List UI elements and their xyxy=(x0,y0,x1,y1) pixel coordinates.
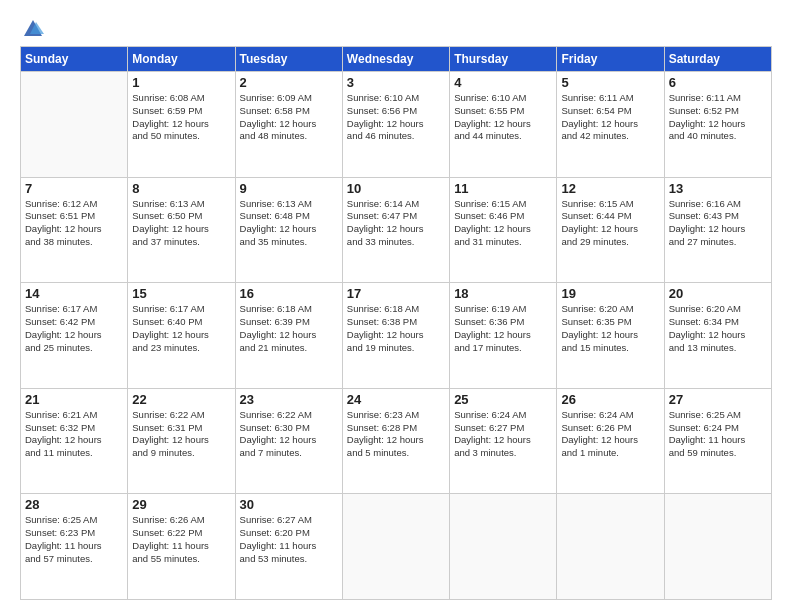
day-info: Sunrise: 6:08 AM Sunset: 6:59 PM Dayligh… xyxy=(132,92,230,143)
day-info: Sunrise: 6:24 AM Sunset: 6:27 PM Dayligh… xyxy=(454,409,552,460)
day-info: Sunrise: 6:20 AM Sunset: 6:34 PM Dayligh… xyxy=(669,303,767,354)
day-number: 20 xyxy=(669,286,767,301)
day-number: 11 xyxy=(454,181,552,196)
day-number: 19 xyxy=(561,286,659,301)
calendar-cell: 2Sunrise: 6:09 AM Sunset: 6:58 PM Daylig… xyxy=(235,72,342,178)
calendar-cell: 16Sunrise: 6:18 AM Sunset: 6:39 PM Dayli… xyxy=(235,283,342,389)
day-info: Sunrise: 6:20 AM Sunset: 6:35 PM Dayligh… xyxy=(561,303,659,354)
day-number: 9 xyxy=(240,181,338,196)
day-info: Sunrise: 6:22 AM Sunset: 6:31 PM Dayligh… xyxy=(132,409,230,460)
day-number: 25 xyxy=(454,392,552,407)
day-number: 27 xyxy=(669,392,767,407)
day-info: Sunrise: 6:18 AM Sunset: 6:39 PM Dayligh… xyxy=(240,303,338,354)
day-info: Sunrise: 6:15 AM Sunset: 6:44 PM Dayligh… xyxy=(561,198,659,249)
calendar-header-row: SundayMondayTuesdayWednesdayThursdayFrid… xyxy=(21,47,772,72)
day-info: Sunrise: 6:26 AM Sunset: 6:22 PM Dayligh… xyxy=(132,514,230,565)
day-info: Sunrise: 6:13 AM Sunset: 6:48 PM Dayligh… xyxy=(240,198,338,249)
calendar-cell: 11Sunrise: 6:15 AM Sunset: 6:46 PM Dayli… xyxy=(450,177,557,283)
calendar-week-row: 7Sunrise: 6:12 AM Sunset: 6:51 PM Daylig… xyxy=(21,177,772,283)
day-number: 18 xyxy=(454,286,552,301)
day-number: 29 xyxy=(132,497,230,512)
calendar-cell: 19Sunrise: 6:20 AM Sunset: 6:35 PM Dayli… xyxy=(557,283,664,389)
day-info: Sunrise: 6:17 AM Sunset: 6:40 PM Dayligh… xyxy=(132,303,230,354)
calendar-cell: 21Sunrise: 6:21 AM Sunset: 6:32 PM Dayli… xyxy=(21,388,128,494)
day-number: 3 xyxy=(347,75,445,90)
day-info: Sunrise: 6:10 AM Sunset: 6:56 PM Dayligh… xyxy=(347,92,445,143)
day-number: 6 xyxy=(669,75,767,90)
day-of-week-header: Thursday xyxy=(450,47,557,72)
calendar-cell: 9Sunrise: 6:13 AM Sunset: 6:48 PM Daylig… xyxy=(235,177,342,283)
calendar-cell: 27Sunrise: 6:25 AM Sunset: 6:24 PM Dayli… xyxy=(664,388,771,494)
calendar-cell xyxy=(21,72,128,178)
day-of-week-header: Friday xyxy=(557,47,664,72)
logo xyxy=(20,18,44,38)
day-info: Sunrise: 6:16 AM Sunset: 6:43 PM Dayligh… xyxy=(669,198,767,249)
day-number: 26 xyxy=(561,392,659,407)
page: SundayMondayTuesdayWednesdayThursdayFrid… xyxy=(0,0,792,612)
logo-icon xyxy=(22,18,44,40)
day-info: Sunrise: 6:27 AM Sunset: 6:20 PM Dayligh… xyxy=(240,514,338,565)
day-info: Sunrise: 6:10 AM Sunset: 6:55 PM Dayligh… xyxy=(454,92,552,143)
day-number: 17 xyxy=(347,286,445,301)
day-number: 10 xyxy=(347,181,445,196)
calendar-cell: 25Sunrise: 6:24 AM Sunset: 6:27 PM Dayli… xyxy=(450,388,557,494)
day-info: Sunrise: 6:14 AM Sunset: 6:47 PM Dayligh… xyxy=(347,198,445,249)
day-of-week-header: Sunday xyxy=(21,47,128,72)
calendar-cell: 1Sunrise: 6:08 AM Sunset: 6:59 PM Daylig… xyxy=(128,72,235,178)
day-info: Sunrise: 6:25 AM Sunset: 6:24 PM Dayligh… xyxy=(669,409,767,460)
day-info: Sunrise: 6:22 AM Sunset: 6:30 PM Dayligh… xyxy=(240,409,338,460)
day-info: Sunrise: 6:18 AM Sunset: 6:38 PM Dayligh… xyxy=(347,303,445,354)
day-number: 7 xyxy=(25,181,123,196)
day-number: 5 xyxy=(561,75,659,90)
calendar-cell xyxy=(664,494,771,600)
calendar-cell: 30Sunrise: 6:27 AM Sunset: 6:20 PM Dayli… xyxy=(235,494,342,600)
day-info: Sunrise: 6:15 AM Sunset: 6:46 PM Dayligh… xyxy=(454,198,552,249)
calendar-cell: 28Sunrise: 6:25 AM Sunset: 6:23 PM Dayli… xyxy=(21,494,128,600)
calendar-cell: 24Sunrise: 6:23 AM Sunset: 6:28 PM Dayli… xyxy=(342,388,449,494)
day-number: 1 xyxy=(132,75,230,90)
calendar-cell: 3Sunrise: 6:10 AM Sunset: 6:56 PM Daylig… xyxy=(342,72,449,178)
day-info: Sunrise: 6:25 AM Sunset: 6:23 PM Dayligh… xyxy=(25,514,123,565)
day-number: 13 xyxy=(669,181,767,196)
day-number: 21 xyxy=(25,392,123,407)
day-info: Sunrise: 6:17 AM Sunset: 6:42 PM Dayligh… xyxy=(25,303,123,354)
day-of-week-header: Monday xyxy=(128,47,235,72)
calendar-cell: 14Sunrise: 6:17 AM Sunset: 6:42 PM Dayli… xyxy=(21,283,128,389)
calendar-cell xyxy=(342,494,449,600)
calendar-week-row: 14Sunrise: 6:17 AM Sunset: 6:42 PM Dayli… xyxy=(21,283,772,389)
day-number: 8 xyxy=(132,181,230,196)
calendar-cell: 4Sunrise: 6:10 AM Sunset: 6:55 PM Daylig… xyxy=(450,72,557,178)
calendar-cell xyxy=(450,494,557,600)
calendar-cell: 6Sunrise: 6:11 AM Sunset: 6:52 PM Daylig… xyxy=(664,72,771,178)
calendar-cell: 13Sunrise: 6:16 AM Sunset: 6:43 PM Dayli… xyxy=(664,177,771,283)
day-info: Sunrise: 6:24 AM Sunset: 6:26 PM Dayligh… xyxy=(561,409,659,460)
calendar-cell: 23Sunrise: 6:22 AM Sunset: 6:30 PM Dayli… xyxy=(235,388,342,494)
day-info: Sunrise: 6:19 AM Sunset: 6:36 PM Dayligh… xyxy=(454,303,552,354)
day-info: Sunrise: 6:12 AM Sunset: 6:51 PM Dayligh… xyxy=(25,198,123,249)
calendar-cell: 10Sunrise: 6:14 AM Sunset: 6:47 PM Dayli… xyxy=(342,177,449,283)
day-number: 23 xyxy=(240,392,338,407)
header xyxy=(20,18,772,38)
calendar-week-row: 28Sunrise: 6:25 AM Sunset: 6:23 PM Dayli… xyxy=(21,494,772,600)
calendar-cell: 17Sunrise: 6:18 AM Sunset: 6:38 PM Dayli… xyxy=(342,283,449,389)
day-number: 28 xyxy=(25,497,123,512)
day-number: 12 xyxy=(561,181,659,196)
calendar-cell: 15Sunrise: 6:17 AM Sunset: 6:40 PM Dayli… xyxy=(128,283,235,389)
day-info: Sunrise: 6:21 AM Sunset: 6:32 PM Dayligh… xyxy=(25,409,123,460)
day-number: 15 xyxy=(132,286,230,301)
day-info: Sunrise: 6:23 AM Sunset: 6:28 PM Dayligh… xyxy=(347,409,445,460)
day-number: 30 xyxy=(240,497,338,512)
day-of-week-header: Saturday xyxy=(664,47,771,72)
calendar-cell: 20Sunrise: 6:20 AM Sunset: 6:34 PM Dayli… xyxy=(664,283,771,389)
day-number: 14 xyxy=(25,286,123,301)
calendar-week-row: 21Sunrise: 6:21 AM Sunset: 6:32 PM Dayli… xyxy=(21,388,772,494)
calendar-cell: 8Sunrise: 6:13 AM Sunset: 6:50 PM Daylig… xyxy=(128,177,235,283)
day-info: Sunrise: 6:13 AM Sunset: 6:50 PM Dayligh… xyxy=(132,198,230,249)
day-number: 16 xyxy=(240,286,338,301)
day-number: 24 xyxy=(347,392,445,407)
calendar-table: SundayMondayTuesdayWednesdayThursdayFrid… xyxy=(20,46,772,600)
calendar-cell xyxy=(557,494,664,600)
day-number: 2 xyxy=(240,75,338,90)
calendar-cell: 18Sunrise: 6:19 AM Sunset: 6:36 PM Dayli… xyxy=(450,283,557,389)
calendar-cell: 12Sunrise: 6:15 AM Sunset: 6:44 PM Dayli… xyxy=(557,177,664,283)
